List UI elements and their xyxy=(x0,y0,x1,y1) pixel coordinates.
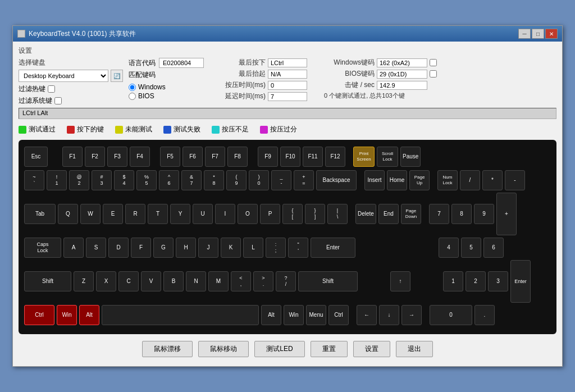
match-windows-radio[interactable] xyxy=(129,84,136,91)
key-numpad-5[interactable]: 5 xyxy=(461,238,481,258)
key-backtick[interactable]: ~` xyxy=(24,170,44,190)
key-insert[interactable]: Insert xyxy=(364,170,385,190)
key-print-screen[interactable]: PrintScreen xyxy=(353,147,375,167)
key-b[interactable]: B xyxy=(163,271,184,291)
key-comma[interactable]: <, xyxy=(231,271,251,291)
key-numpad-4[interactable]: 4 xyxy=(439,238,459,258)
key-a[interactable]: A xyxy=(63,238,84,258)
key-home[interactable]: Home xyxy=(387,170,407,190)
key-page-up[interactable]: PageUp xyxy=(409,170,430,190)
key-numpad-slash[interactable]: / xyxy=(460,170,480,190)
key-arrow-right[interactable]: → xyxy=(401,305,422,325)
key-right-ctrl[interactable]: Ctrl xyxy=(328,305,349,325)
key-arrow-down[interactable]: ↓ xyxy=(379,305,399,325)
key-left-alt[interactable]: Alt xyxy=(79,305,99,325)
key-x[interactable]: X xyxy=(96,271,116,291)
key-t[interactable]: T xyxy=(148,204,168,224)
key-r[interactable]: R xyxy=(125,204,145,224)
key-f[interactable]: F xyxy=(131,238,151,258)
key-left-bracket[interactable]: {[ xyxy=(282,204,303,224)
key-numpad-6[interactable]: 6 xyxy=(483,238,504,258)
key-numpad-enter[interactable]: Enter xyxy=(510,260,531,303)
key-l[interactable]: L xyxy=(243,238,263,258)
key-u[interactable]: U xyxy=(193,204,213,224)
key-y[interactable]: Y xyxy=(170,204,190,224)
key-e[interactable]: E xyxy=(103,204,123,224)
key-f1[interactable]: F1 xyxy=(62,147,83,167)
key-caps-lock[interactable]: CapsLock xyxy=(24,238,61,258)
key-k[interactable]: K xyxy=(221,238,241,258)
key-right-shift[interactable]: Shift xyxy=(298,271,358,291)
minimize-button[interactable]: ─ xyxy=(518,29,531,39)
key-page-down[interactable]: PageDown xyxy=(401,204,421,224)
key-g[interactable]: G xyxy=(153,238,174,258)
key-backspace[interactable]: Backspace xyxy=(316,170,357,190)
key-numpad-star[interactable]: * xyxy=(482,170,503,190)
key-backslash[interactable]: |\ xyxy=(327,204,348,224)
filter-hotkey-checkbox[interactable] xyxy=(48,85,55,93)
key-numpad-0[interactable]: 0 xyxy=(430,305,472,325)
key-f6[interactable]: F6 xyxy=(182,147,203,167)
key-enter[interactable]: Enter xyxy=(311,238,355,258)
key-space[interactable] xyxy=(102,305,259,325)
key-7[interactable]: &7 xyxy=(181,170,202,190)
keyboard-select[interactable]: Desktop Keyboard xyxy=(19,70,108,82)
match-bios-radio[interactable] xyxy=(129,93,136,100)
key-s[interactable]: S xyxy=(86,238,106,258)
key-z[interactable]: Z xyxy=(74,271,94,291)
key-numpad-minus[interactable]: - xyxy=(505,170,525,190)
key-1[interactable]: !1 xyxy=(47,170,67,190)
key-semicolon[interactable]: :; xyxy=(266,238,286,258)
key-f11[interactable]: F11 xyxy=(303,147,323,167)
key-f10[interactable]: F10 xyxy=(280,147,300,167)
maximize-button[interactable]: □ xyxy=(532,29,544,39)
key-4[interactable]: $4 xyxy=(114,170,134,190)
key-f9[interactable]: F9 xyxy=(258,147,278,167)
key-3[interactable]: #3 xyxy=(92,170,112,190)
key-f3[interactable]: F3 xyxy=(107,147,127,167)
key-w[interactable]: W xyxy=(80,204,101,224)
key-j[interactable]: J xyxy=(198,238,218,258)
key-scroll-lock[interactable]: ScrollLock xyxy=(377,147,398,167)
close-button[interactable]: ✕ xyxy=(545,29,558,39)
refresh-button[interactable]: 🔄 xyxy=(111,70,123,82)
key-q[interactable]: Q xyxy=(58,204,78,224)
key-f8[interactable]: F8 xyxy=(227,147,248,167)
key-left-ctrl[interactable]: Ctrl xyxy=(24,305,54,325)
bios-code-checkbox[interactable] xyxy=(430,70,437,78)
key-delete[interactable]: Delete xyxy=(355,204,376,224)
key-menu[interactable]: Menu xyxy=(306,305,326,325)
key-numpad-3[interactable]: 3 xyxy=(488,271,508,291)
windows-code-checkbox[interactable] xyxy=(430,59,437,66)
key-esc[interactable]: Esc xyxy=(24,147,48,167)
reset-button[interactable]: 重置 xyxy=(311,341,348,357)
key-c[interactable]: C xyxy=(118,271,139,291)
key-h[interactable]: H xyxy=(176,238,196,258)
key-minus[interactable]: _- xyxy=(271,170,291,190)
key-period[interactable]: >. xyxy=(253,271,273,291)
key-numpad-7[interactable]: 7 xyxy=(429,204,449,224)
key-right-alt[interactable]: Alt xyxy=(261,305,281,325)
key-numpad-2[interactable]: 2 xyxy=(466,271,486,291)
test-led-button[interactable]: 测试LED xyxy=(254,341,304,357)
key-numpad-8[interactable]: 8 xyxy=(451,204,472,224)
key-left-win[interactable]: Win xyxy=(57,305,77,325)
key-tab[interactable]: Tab xyxy=(24,204,56,224)
key-quote[interactable]: "' xyxy=(288,238,308,258)
settings-button[interactable]: 设置 xyxy=(353,341,390,357)
key-p[interactable]: P xyxy=(260,204,280,224)
key-8[interactable]: *8 xyxy=(204,170,224,190)
key-numpad-plus[interactable]: + xyxy=(496,193,517,235)
key-0[interactable]: )0 xyxy=(249,170,269,190)
key-o[interactable]: O xyxy=(238,204,258,224)
key-num-lock[interactable]: NumLock xyxy=(437,170,458,190)
key-v[interactable]: V xyxy=(141,271,161,291)
filter-syskey-checkbox[interactable] xyxy=(54,97,62,104)
key-f12[interactable]: F12 xyxy=(325,147,345,167)
mouse-move-button[interactable]: 鼠标移动 xyxy=(198,341,249,357)
key-numpad-dot[interactable]: . xyxy=(474,305,495,325)
key-right-win[interactable]: Win xyxy=(284,305,304,325)
key-numpad-1[interactable]: 1 xyxy=(443,271,463,291)
key-m[interactable]: M xyxy=(208,271,229,291)
key-d[interactable]: D xyxy=(108,238,129,258)
